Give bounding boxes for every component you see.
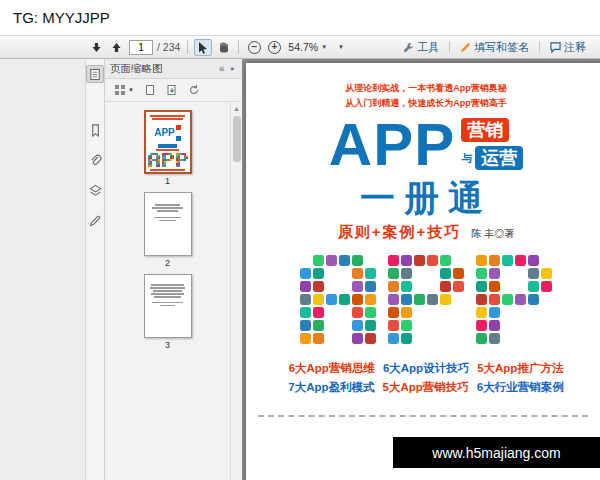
page-thumbnail-3[interactable]: [144, 274, 192, 338]
mosaic-tile: [502, 320, 513, 331]
mosaic-tile: [541, 320, 552, 331]
page-thumbnail-1[interactable]: APP: [144, 110, 192, 174]
mosaic-letter-P: [388, 255, 464, 344]
mosaic-tile: [528, 281, 539, 292]
mosaic-tile: [352, 255, 363, 266]
bottom-watermark-bar: www.h5majiang.com: [393, 437, 600, 468]
mosaic-tile: [476, 333, 487, 344]
left-background-area: [0, 59, 85, 480]
scroll-up-arrow[interactable]: ▲: [233, 103, 240, 115]
tools-label: 工具: [417, 40, 439, 55]
mosaic-tile: [300, 333, 311, 344]
select-tool-button[interactable]: [194, 39, 212, 56]
mosaic-tile: [489, 294, 500, 305]
mosaic-tile: [339, 281, 350, 292]
mosaic-tile: [528, 255, 539, 266]
badge-and: 与: [461, 151, 472, 166]
mosaic-tile: [528, 320, 539, 331]
page-thumbnail-2[interactable]: [144, 192, 192, 256]
chevron-down-icon: ▼: [321, 44, 327, 50]
mosaic-tile: [476, 281, 487, 292]
mosaic-tile: [300, 294, 311, 305]
mosaic-tile: [427, 281, 438, 292]
zoom-level-dropdown[interactable]: 54.7% ▼: [288, 41, 327, 53]
page-thumbnails-panel-button[interactable]: [86, 65, 104, 83]
rotate-icon: [188, 84, 200, 96]
prev-page-button[interactable]: [107, 39, 125, 56]
toolbar-separator: [187, 40, 188, 54]
layers-panel-button[interactable]: [86, 181, 104, 199]
mosaic-tile: [365, 268, 376, 279]
thumbnail-panel: 页面缩略图 « ▪ ▼: [105, 59, 242, 480]
mosaic-tile: [339, 307, 350, 318]
panel-menu-button[interactable]: ▪: [227, 63, 237, 74]
speech-bubble-icon: [550, 42, 561, 53]
enlarge-thumbnails-button[interactable]: [163, 82, 181, 99]
mosaic-tile: [326, 294, 337, 305]
thumb-subtitle-bar: [158, 144, 177, 148]
mosaic-tile: [339, 294, 350, 305]
zoom-in-button[interactable]: +: [265, 39, 283, 56]
mosaic-word: [246, 255, 600, 344]
mosaic-tile: [401, 255, 412, 266]
cover-title-row: APP 营销 与 运营: [246, 116, 600, 173]
mosaic-tile: [453, 294, 464, 305]
reduce-thumbnails-button[interactable]: [141, 82, 159, 99]
book-cover-page: 从理论到实战，一本书看透App营销奥秘 从入门到精通，快速成长为App营销高手 …: [246, 63, 600, 480]
mosaic-tile: [326, 320, 337, 331]
cover-taglines: 从理论到实战，一本书看透App营销奥秘 从入门到精通，快速成长为App营销高手: [246, 81, 600, 111]
cursor-icon: [197, 41, 209, 54]
mosaic-tile: [453, 255, 464, 266]
feature-item: 5大App营销技巧: [383, 381, 469, 393]
collapse-panel-button[interactable]: «: [216, 63, 228, 74]
next-page-button[interactable]: [87, 39, 105, 56]
mosaic-tile: [313, 333, 324, 344]
mosaic-tile: [352, 320, 363, 331]
mosaic-tile: [414, 333, 425, 344]
cover-tagline-2: 从入门到精通，快速成长为App营销高手: [246, 96, 600, 111]
mosaic-tile: [365, 281, 376, 292]
zoom-options-button[interactable]: ▼: [332, 39, 350, 56]
crop-dashed-line: [258, 415, 588, 417]
thumbnail-options-button[interactable]: ▼: [111, 82, 137, 99]
zoom-level-value: 54.7%: [288, 41, 318, 53]
mosaic-letter-P: [476, 255, 552, 344]
mosaic-tile: [427, 294, 438, 305]
mosaic-tile: [427, 333, 438, 344]
mosaic-tile: [440, 333, 451, 344]
tools-button[interactable]: 工具: [399, 40, 443, 55]
mosaic-tile: [300, 255, 311, 266]
mosaic-tile: [388, 268, 399, 279]
attachments-panel-button[interactable]: [86, 151, 104, 169]
sidebar-icon-strip: [85, 59, 105, 480]
scrollbar-thumb[interactable]: [233, 116, 241, 162]
mosaic-tile: [414, 320, 425, 331]
mosaic-tile: [401, 320, 412, 331]
page-number-input[interactable]: [129, 40, 153, 55]
mosaic-tile: [339, 320, 350, 331]
mosaic-tile: [352, 294, 363, 305]
mosaic-tile: [476, 268, 487, 279]
bookmarks-panel-button[interactable]: [86, 121, 104, 139]
fill-sign-button[interactable]: 填写和签名: [456, 40, 533, 55]
comment-button[interactable]: 注释: [546, 40, 590, 55]
layers-icon: [89, 184, 102, 197]
mosaic-tile: [440, 294, 451, 305]
zoom-out-button[interactable]: −: [245, 39, 263, 56]
signature-panel-button[interactable]: [86, 211, 104, 229]
wrench-icon: [403, 42, 414, 53]
thumbnail-page-number: 3: [144, 340, 192, 350]
mosaic-tile: [401, 268, 412, 279]
mosaic-tile: [427, 320, 438, 331]
mosaic-tile: [541, 294, 552, 305]
rotate-page-button[interactable]: [185, 82, 203, 99]
mosaic-tile: [401, 307, 412, 318]
document-viewer[interactable]: 从理论到实战，一本书看透App营销奥秘 从入门到精通，快速成长为App营销高手 …: [242, 59, 600, 480]
mosaic-tile: [186, 165, 188, 167]
mosaic-tile: [541, 333, 552, 344]
thumbnail-scrollbar[interactable]: ▲: [230, 103, 242, 480]
mosaic-tile: [515, 294, 526, 305]
mosaic-tile: [427, 307, 438, 318]
panel-title: 页面缩略图: [110, 62, 216, 76]
hand-tool-button[interactable]: [214, 39, 232, 56]
